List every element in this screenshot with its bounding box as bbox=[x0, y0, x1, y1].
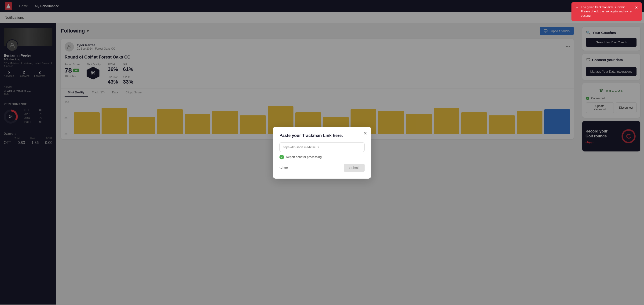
trackman-modal: ✕ Paste your Trackman Link here. ✓ Repor… bbox=[273, 127, 371, 178]
modal-close-x-button[interactable]: ✕ bbox=[364, 130, 368, 136]
modal-submit-button[interactable]: Submit bbox=[344, 164, 364, 172]
toast-warning-icon: ⚠ bbox=[575, 6, 578, 10]
modal-title: Paste your Trackman Link here. bbox=[280, 133, 364, 138]
trackman-link-input[interactable] bbox=[280, 142, 364, 152]
success-check-icon: ✓ bbox=[280, 155, 284, 160]
toast-message: The given trackman link is invalid. Plea… bbox=[581, 5, 632, 18]
modal-overlay[interactable]: ✕ Paste your Trackman Link here. ✓ Repor… bbox=[0, 0, 644, 305]
modal-success-message: ✓ Report sent for processing bbox=[280, 155, 364, 160]
success-text: Report sent for processing bbox=[286, 155, 322, 159]
modal-close-button[interactable]: Close bbox=[280, 166, 288, 170]
modal-actions: Close Submit bbox=[280, 164, 364, 172]
toast-close-btn[interactable]: ✕ bbox=[635, 5, 638, 10]
error-toast: ⚠ The given trackman link is invalid. Pl… bbox=[572, 2, 642, 21]
